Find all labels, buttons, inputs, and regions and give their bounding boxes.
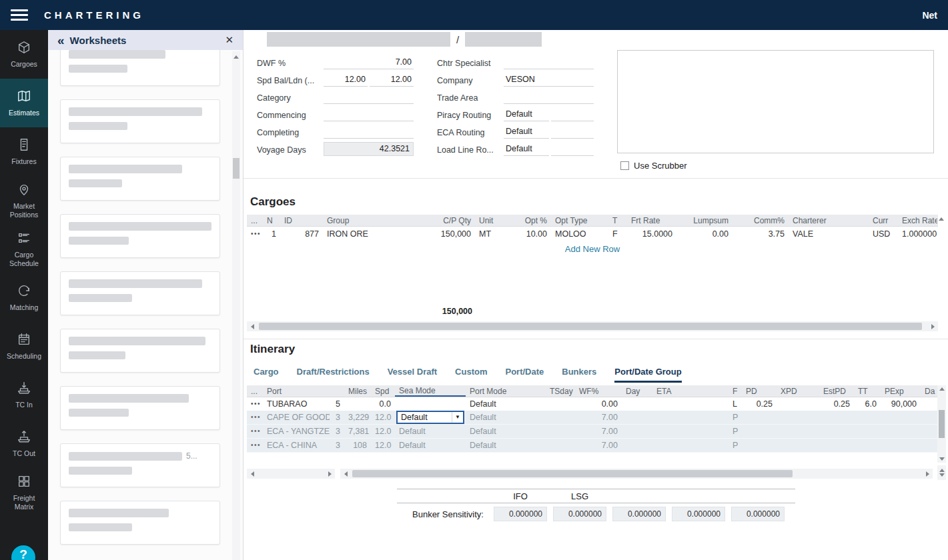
worksheet-card[interactable] xyxy=(60,214,220,258)
chevron-down-icon[interactable]: ▼ xyxy=(452,412,463,423)
help-button[interactable]: ? xyxy=(11,545,35,560)
commencing-input[interactable] xyxy=(324,108,414,121)
column-header[interactable]: Group xyxy=(323,215,423,226)
piracy-routing-select[interactable]: Default xyxy=(504,108,549,121)
sidebar-item-matching[interactable]: Matching xyxy=(0,273,48,322)
column-header[interactable]: EstPD xyxy=(819,385,854,397)
worksheet-card[interactable] xyxy=(60,157,220,201)
itinerary-horizontal-scrollbar[interactable] xyxy=(340,469,933,479)
scroll-right-icon[interactable] xyxy=(324,469,335,479)
trade-area-input[interactable] xyxy=(504,91,594,104)
scroll-up-icon[interactable] xyxy=(939,217,944,221)
column-header[interactable]: Opt Type xyxy=(551,215,608,226)
sidebar-item-market-positions[interactable]: Market Positions xyxy=(0,176,48,225)
column-header[interactable]: N xyxy=(263,215,280,226)
eca-routing-extra-input[interactable] xyxy=(551,125,594,139)
itinerary-row[interactable]: •••TUBARAO50.0Default0.00L0.250.256.090,… xyxy=(247,397,938,411)
worksheet-card[interactable] xyxy=(60,271,220,315)
itinerary-row[interactable]: •••ECA - CHINA310812.0DefaultDefault7.00… xyxy=(247,439,938,453)
completing-input[interactable] xyxy=(324,125,414,139)
scrollbar-thumb[interactable] xyxy=(259,323,922,330)
cargo-row[interactable]: •••1877IRON ORE150,000MT10.00MOLOOF15.00… xyxy=(247,227,938,241)
sidebar-item-fixtures[interactable]: Fixtures xyxy=(0,127,48,176)
bunker-sensitivity-input[interactable]: 0.000000 xyxy=(494,507,547,521)
sidebar-item-estimates[interactable]: Estimates xyxy=(0,79,48,127)
tab-bunkers[interactable]: Bunkers xyxy=(562,367,596,383)
column-header[interactable]: C/P Qty xyxy=(423,215,475,226)
column-header[interactable]: Lumpsum xyxy=(676,215,733,226)
column-header[interactable]: ... xyxy=(247,385,263,397)
column-header[interactable]: Charterer xyxy=(789,215,869,226)
scroll-left-icon[interactable] xyxy=(247,321,258,331)
itinerary-vertical-scrollbar[interactable] xyxy=(937,385,946,463)
bunker-sensitivity-input[interactable]: 0.000000 xyxy=(672,507,725,521)
column-header[interactable]: Opt % xyxy=(508,215,551,226)
worksheet-card[interactable] xyxy=(60,501,220,545)
bunker-sensitivity-input[interactable]: 0.000000 xyxy=(731,507,785,521)
load-line-routing-select[interactable]: Default xyxy=(504,143,549,156)
row-menu-icon[interactable]: ••• xyxy=(247,439,263,452)
column-header[interactable]: Spd xyxy=(371,385,395,397)
scroll-right-icon[interactable] xyxy=(922,469,933,479)
sea-mode-dropdown[interactable]: Default▼ xyxy=(396,411,464,424)
sidebar-item-freight-matrix[interactable]: Freight Matrix xyxy=(0,468,48,517)
worksheet-card[interactable] xyxy=(60,50,220,86)
column-header[interactable]: ETA xyxy=(652,385,729,397)
sidebar-item-cargoes[interactable]: Cargoes xyxy=(0,30,48,79)
tab-port-date[interactable]: Port/Date xyxy=(505,367,544,383)
scrollbar-thumb[interactable] xyxy=(939,410,945,438)
column-header[interactable]: Frt Rate xyxy=(627,215,676,226)
cargoes-horizontal-scrollbar[interactable] xyxy=(247,321,938,331)
scroll-left-icon[interactable] xyxy=(247,469,258,479)
column-header[interactable]: Comm% xyxy=(733,215,789,226)
sidebar-item-cargo-schedule[interactable]: Cargo Schedule xyxy=(0,225,48,273)
use-scrubber-checkbox[interactable] xyxy=(620,161,629,170)
sidebar-item-scheduling[interactable]: Scheduling xyxy=(0,322,48,371)
hamburger-menu-icon[interactable] xyxy=(11,9,28,21)
column-header[interactable]: Day xyxy=(622,385,652,397)
scroll-right-icon[interactable] xyxy=(927,321,938,331)
column-header[interactable]: Port Mode xyxy=(466,385,546,397)
column-header[interactable]: Unit xyxy=(475,215,508,226)
scroll-left-icon[interactable] xyxy=(340,469,351,479)
itinerary-row[interactable]: •••ECA - YANGTZE37,38112.0DefaultDefault… xyxy=(247,425,938,439)
column-header[interactable]: Exch Rate xyxy=(898,215,937,226)
add-new-row-link[interactable]: Add New Row xyxy=(247,244,938,254)
close-icon[interactable]: ✕ xyxy=(225,34,233,46)
scroll-up-icon[interactable] xyxy=(233,55,239,59)
column-header[interactable]: TT xyxy=(854,385,881,397)
column-header[interactable]: F xyxy=(729,385,742,397)
worksheet-card[interactable] xyxy=(60,329,220,373)
column-header[interactable]: PD xyxy=(742,385,777,397)
spd-laden-input[interactable]: 12.00 xyxy=(370,73,414,87)
sidebar-item-tc-in[interactable]: TC In xyxy=(0,371,48,419)
tab-custom[interactable]: Custom xyxy=(455,367,487,383)
category-input[interactable] xyxy=(324,91,414,104)
tab-draft-restrictions[interactable]: Draft/Restrictions xyxy=(297,367,370,383)
column-header[interactable]: T xyxy=(608,215,627,226)
row-menu-icon[interactable]: ••• xyxy=(247,397,263,411)
tab-vessel-draft[interactable]: Vessel Draft xyxy=(388,367,437,383)
row-menu-icon[interactable]: ••• xyxy=(247,411,263,424)
collapse-panel-icon[interactable]: « xyxy=(57,34,65,47)
worksheet-card[interactable] xyxy=(60,386,220,430)
company-input[interactable]: VESON xyxy=(504,73,594,87)
resize-handle-icon[interactable] xyxy=(937,465,946,480)
piracy-routing-extra-input[interactable] xyxy=(551,108,594,121)
worksheet-card[interactable]: 5... xyxy=(60,443,220,487)
itinerary-left-scrollbar[interactable] xyxy=(247,469,335,479)
sidebar-item-tc-out[interactable]: TC Out xyxy=(0,419,48,468)
column-header[interactable]: Miles xyxy=(344,385,371,397)
scroll-down-icon[interactable] xyxy=(939,457,945,461)
column-header[interactable]: XPD xyxy=(777,385,819,397)
worksheet-card[interactable] xyxy=(60,99,220,143)
column-header[interactable]: Da xyxy=(921,385,938,397)
column-header[interactable]: Port xyxy=(263,385,344,397)
scrollbar-thumb[interactable] xyxy=(233,158,240,179)
row-menu-icon[interactable]: ••• xyxy=(247,425,263,438)
tab-cargo[interactable]: Cargo xyxy=(254,367,279,383)
chtr-specialist-input[interactable] xyxy=(504,56,594,69)
row-menu-icon[interactable]: ••• xyxy=(247,227,263,241)
bunker-sensitivity-input[interactable]: 0.000000 xyxy=(612,507,666,521)
tab-port-date-group[interactable]: Port/Date Group xyxy=(614,367,681,383)
